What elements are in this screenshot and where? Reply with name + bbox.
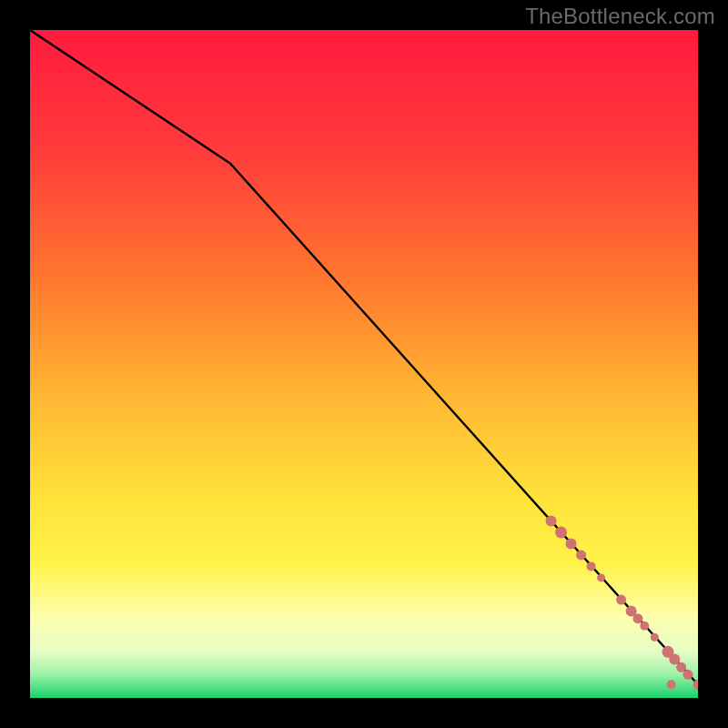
data-marker xyxy=(566,538,577,549)
plot-area xyxy=(30,30,698,698)
data-marker xyxy=(669,653,680,664)
data-marker xyxy=(640,622,649,631)
data-marker xyxy=(616,595,626,605)
data-marker xyxy=(667,680,676,689)
chart-frame: TheBottleneck.com xyxy=(0,0,728,728)
data-marker xyxy=(555,526,567,538)
data-marker xyxy=(587,561,596,571)
data-marker xyxy=(576,550,586,560)
data-marker xyxy=(682,670,693,680)
data-marker xyxy=(632,613,642,623)
data-marker xyxy=(651,633,659,642)
data-marker xyxy=(597,573,605,581)
background-rect xyxy=(30,30,698,698)
watermark-text: TheBottleneck.com xyxy=(525,4,715,29)
chart-svg xyxy=(30,30,698,698)
data-marker xyxy=(546,515,557,526)
